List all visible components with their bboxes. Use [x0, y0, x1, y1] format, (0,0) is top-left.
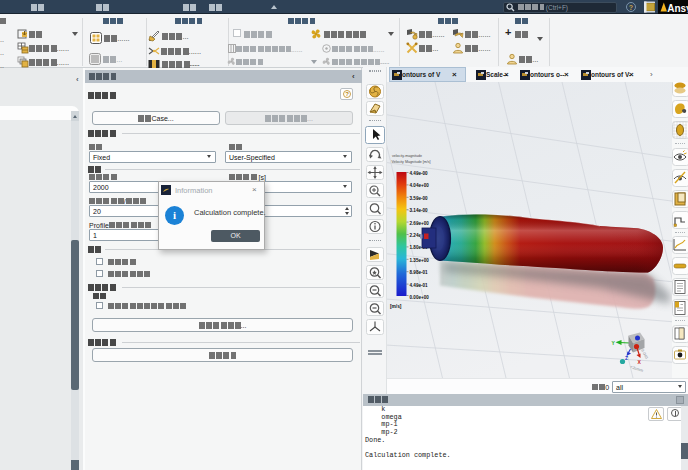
svg-text:3.59e-00: 3.59e-00	[410, 196, 429, 201]
svg-text:8.98e-01: 8.98e-01	[410, 270, 429, 275]
svg-text:3.14e-00: 3.14e-00	[410, 208, 429, 213]
svg-text:4.49e-01: 4.49e-01	[410, 283, 429, 288]
svg-text:Z: Z	[625, 355, 628, 361]
svg-text:2.69e+00: 2.69e+00	[410, 221, 430, 226]
svg-text:4.04e+00: 4.04e+00	[410, 183, 430, 188]
svg-text:velocity-magnitude: velocity-magnitude	[392, 154, 422, 158]
svg-text:[m/s]: [m/s]	[390, 304, 402, 309]
svg-text:1.35e+00: 1.35e+00	[410, 258, 430, 263]
svg-text:Ansys: Ansys	[667, 3, 688, 14]
svg-text:4.49e-00: 4.49e-00	[410, 171, 429, 176]
svg-text:Velocity Magnitude [m/s]: Velocity Magnitude [m/s]	[392, 160, 431, 164]
svg-text:0.00e+00: 0.00e+00	[410, 295, 430, 300]
